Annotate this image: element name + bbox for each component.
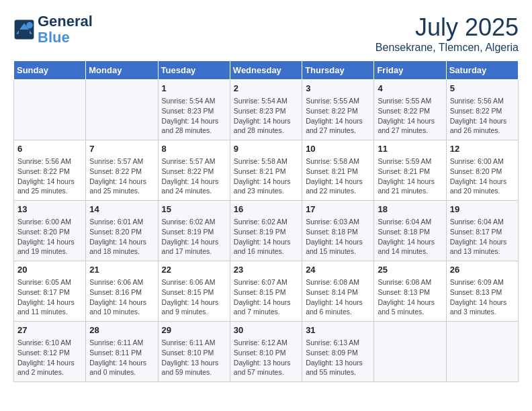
day-number: 7 <box>89 143 154 155</box>
day-info: Sunrise: 6:06 AMSunset: 8:15 PMDaylight:… <box>162 277 226 317</box>
day-info: Sunrise: 6:07 AMSunset: 8:15 PMDaylight:… <box>234 277 298 317</box>
day-info: Sunrise: 5:57 AMSunset: 8:22 PMDaylight:… <box>162 156 226 196</box>
title-block: July 2025 Bensekrane, Tlemcen, Algeria <box>375 13 519 54</box>
day-cell: 23Sunrise: 6:07 AMSunset: 8:15 PMDayligh… <box>230 261 302 322</box>
day-info: Sunrise: 6:13 AMSunset: 8:09 PMDaylight:… <box>306 338 370 377</box>
day-number: 23 <box>234 264 298 276</box>
day-number: 30 <box>234 324 298 336</box>
day-number: 27 <box>17 324 82 336</box>
day-cell: 28Sunrise: 6:11 AMSunset: 8:11 PMDayligh… <box>86 322 158 382</box>
logo-icon <box>13 19 35 40</box>
day-cell: 31Sunrise: 6:13 AMSunset: 8:09 PMDayligh… <box>302 322 374 382</box>
day-number: 8 <box>162 143 226 155</box>
day-info: Sunrise: 5:59 AMSunset: 8:21 PMDaylight:… <box>378 156 442 196</box>
header-thursday: Thursday <box>302 61 374 80</box>
day-info: Sunrise: 6:09 AMSunset: 8:13 PMDaylight:… <box>450 277 515 317</box>
day-cell: 29Sunrise: 6:11 AMSunset: 8:10 PMDayligh… <box>158 322 230 382</box>
day-cell <box>446 322 518 382</box>
day-cell: 13Sunrise: 6:00 AMSunset: 8:20 PMDayligh… <box>14 201 86 261</box>
day-cell: 7Sunrise: 5:57 AMSunset: 8:22 PMDaylight… <box>86 140 158 201</box>
location-title: Bensekrane, Tlemcen, Algeria <box>375 42 519 54</box>
day-cell: 25Sunrise: 6:08 AMSunset: 8:13 PMDayligh… <box>374 261 446 322</box>
day-info: Sunrise: 6:03 AMSunset: 8:18 PMDaylight:… <box>306 217 370 257</box>
day-cell: 5Sunrise: 5:56 AMSunset: 8:22 PMDaylight… <box>446 80 518 140</box>
header-row: SundayMondayTuesdayWednesdayThursdayFrid… <box>14 61 519 80</box>
day-number: 5 <box>450 83 515 95</box>
day-number: 3 <box>306 83 370 95</box>
calendar-table: SundayMondayTuesdayWednesdayThursdayFrid… <box>13 60 519 382</box>
svg-point-3 <box>26 22 33 29</box>
header-saturday: Saturday <box>446 61 518 80</box>
week-row-5: 27Sunrise: 6:10 AMSunset: 8:12 PMDayligh… <box>14 322 519 382</box>
logo-text: GeneralBlue <box>38 13 93 46</box>
day-cell: 8Sunrise: 5:57 AMSunset: 8:22 PMDaylight… <box>158 140 230 201</box>
logo: GeneralBlue <box>13 13 93 46</box>
day-cell: 15Sunrise: 6:02 AMSunset: 8:19 PMDayligh… <box>158 201 230 261</box>
day-info: Sunrise: 5:54 AMSunset: 8:23 PMDaylight:… <box>162 96 226 136</box>
day-info: Sunrise: 6:12 AMSunset: 8:10 PMDaylight:… <box>234 338 298 377</box>
header-wednesday: Wednesday <box>230 61 302 80</box>
day-number: 10 <box>306 143 370 155</box>
day-info: Sunrise: 6:11 AMSunset: 8:10 PMDaylight:… <box>162 338 226 377</box>
day-number: 26 <box>450 264 515 276</box>
day-info: Sunrise: 5:56 AMSunset: 8:22 PMDaylight:… <box>450 96 515 136</box>
day-info: Sunrise: 6:02 AMSunset: 8:19 PMDaylight:… <box>162 217 226 257</box>
day-cell: 1Sunrise: 5:54 AMSunset: 8:23 PMDaylight… <box>158 80 230 140</box>
day-cell: 2Sunrise: 5:54 AMSunset: 8:23 PMDaylight… <box>230 80 302 140</box>
day-number: 1 <box>162 83 226 95</box>
day-cell: 10Sunrise: 5:58 AMSunset: 8:21 PMDayligh… <box>302 140 374 201</box>
day-number: 28 <box>89 324 154 336</box>
day-cell <box>86 80 158 140</box>
day-cell: 9Sunrise: 5:58 AMSunset: 8:21 PMDaylight… <box>230 140 302 201</box>
day-cell: 30Sunrise: 6:12 AMSunset: 8:10 PMDayligh… <box>230 322 302 382</box>
day-cell: 26Sunrise: 6:09 AMSunset: 8:13 PMDayligh… <box>446 261 518 322</box>
day-cell: 12Sunrise: 6:00 AMSunset: 8:20 PMDayligh… <box>446 140 518 201</box>
day-info: Sunrise: 6:11 AMSunset: 8:11 PMDaylight:… <box>89 338 154 377</box>
day-cell: 17Sunrise: 6:03 AMSunset: 8:18 PMDayligh… <box>302 201 374 261</box>
day-number: 4 <box>378 83 442 95</box>
day-number: 19 <box>450 203 515 216</box>
week-row-4: 20Sunrise: 6:05 AMSunset: 8:17 PMDayligh… <box>14 261 519 322</box>
day-number: 9 <box>234 143 298 155</box>
day-info: Sunrise: 5:57 AMSunset: 8:22 PMDaylight:… <box>89 156 154 196</box>
day-info: Sunrise: 6:08 AMSunset: 8:13 PMDaylight:… <box>378 277 442 317</box>
week-row-2: 6Sunrise: 5:56 AMSunset: 8:22 PMDaylight… <box>14 140 519 201</box>
month-title: July 2025 <box>375 13 519 42</box>
day-number: 20 <box>17 264 82 276</box>
day-number: 25 <box>378 264 442 276</box>
day-cell: 11Sunrise: 5:59 AMSunset: 8:21 PMDayligh… <box>374 140 446 201</box>
header-sunday: Sunday <box>14 61 86 80</box>
day-info: Sunrise: 5:58 AMSunset: 8:21 PMDaylight:… <box>234 156 298 196</box>
day-cell: 14Sunrise: 6:01 AMSunset: 8:20 PMDayligh… <box>86 201 158 261</box>
day-cell: 21Sunrise: 6:06 AMSunset: 8:16 PMDayligh… <box>86 261 158 322</box>
day-number: 18 <box>378 203 442 216</box>
day-info: Sunrise: 5:58 AMSunset: 8:21 PMDaylight:… <box>306 156 370 196</box>
day-info: Sunrise: 5:54 AMSunset: 8:23 PMDaylight:… <box>234 96 298 136</box>
day-number: 14 <box>89 203 154 216</box>
day-cell: 22Sunrise: 6:06 AMSunset: 8:15 PMDayligh… <box>158 261 230 322</box>
day-number: 24 <box>306 264 370 276</box>
day-info: Sunrise: 5:56 AMSunset: 8:22 PMDaylight:… <box>17 156 82 196</box>
day-cell <box>374 322 446 382</box>
day-info: Sunrise: 6:00 AMSunset: 8:20 PMDaylight:… <box>17 217 82 257</box>
day-number: 13 <box>17 203 82 216</box>
day-cell: 4Sunrise: 5:55 AMSunset: 8:22 PMDaylight… <box>374 80 446 140</box>
day-cell <box>14 80 86 140</box>
day-number: 6 <box>17 143 82 155</box>
day-number: 17 <box>306 203 370 216</box>
day-number: 22 <box>162 264 226 276</box>
day-cell: 27Sunrise: 6:10 AMSunset: 8:12 PMDayligh… <box>14 322 86 382</box>
day-info: Sunrise: 6:01 AMSunset: 8:20 PMDaylight:… <box>89 217 154 257</box>
day-cell: 20Sunrise: 6:05 AMSunset: 8:17 PMDayligh… <box>14 261 86 322</box>
day-info: Sunrise: 6:08 AMSunset: 8:14 PMDaylight:… <box>306 277 370 317</box>
day-info: Sunrise: 6:10 AMSunset: 8:12 PMDaylight:… <box>17 338 82 377</box>
day-number: 29 <box>162 324 226 336</box>
header-friday: Friday <box>374 61 446 80</box>
day-number: 31 <box>306 324 370 336</box>
day-number: 12 <box>450 143 515 155</box>
day-info: Sunrise: 6:06 AMSunset: 8:16 PMDaylight:… <box>89 277 154 317</box>
day-number: 21 <box>89 264 154 276</box>
day-cell: 18Sunrise: 6:04 AMSunset: 8:18 PMDayligh… <box>374 201 446 261</box>
header-monday: Monday <box>86 61 158 80</box>
day-cell: 24Sunrise: 6:08 AMSunset: 8:14 PMDayligh… <box>302 261 374 322</box>
